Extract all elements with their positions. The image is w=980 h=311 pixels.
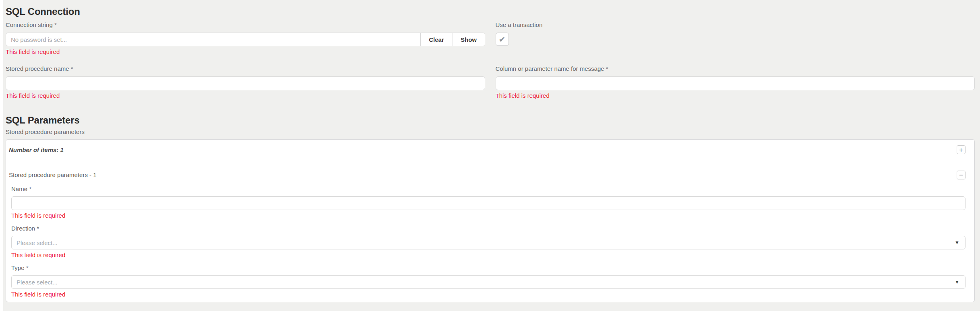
parameter-direction-select[interactable]: Please select... ▼ (11, 236, 966, 249)
parameter-name-input[interactable] (11, 196, 966, 210)
add-item-button[interactable]: + (957, 145, 966, 154)
chevron-down-icon: ▼ (955, 279, 959, 285)
show-button[interactable]: Show (453, 33, 485, 46)
field-parameter-direction: Direction * Please select... ▼ This fiel… (11, 224, 966, 259)
minus-icon: − (959, 171, 963, 179)
parameter-name-error: This field is required (11, 212, 966, 220)
stored-procedure-name-error: This field is required (6, 92, 485, 100)
number-of-items-text: Number of items: 1 (9, 146, 64, 153)
section-title-sql-connection: SQL Connection (6, 6, 975, 18)
stored-procedure-name-label: Stored procedure name * (6, 65, 485, 73)
connection-string-group: Clear Show (6, 33, 485, 46)
parameter-item-1: Stored procedure parameters - 1 − Name *… (6, 160, 974, 302)
parameter-item-title: Stored procedure parameters - 1 (9, 171, 97, 179)
connection-string-input[interactable] (6, 33, 420, 46)
parameters-panel: Number of items: 1 + Stored procedure pa… (6, 139, 975, 302)
field-use-transaction: Use a transaction ✔ (496, 21, 975, 56)
parameter-direction-error: This field is required (11, 251, 966, 259)
direction-select-value: Please select... (17, 239, 58, 246)
field-message-column: Column or parameter name for message * T… (496, 65, 975, 100)
parameter-item-header: Stored procedure parameters - 1 − (9, 171, 966, 179)
connection-string-error: This field is required (6, 48, 485, 56)
message-column-label: Column or parameter name for message * (496, 65, 975, 73)
parameter-item-fields: Name * This field is required Direction … (11, 185, 966, 299)
field-parameter-type: Type * Please select... ▼ This field is … (11, 264, 966, 299)
parameter-direction-label: Direction * (11, 224, 966, 233)
checkmark-icon: ✔ (499, 35, 506, 43)
stored-procedure-name-input[interactable] (6, 76, 485, 90)
connection-fields-grid: Connection string * Clear Show This fiel… (6, 21, 975, 100)
use-transaction-checkbox[interactable]: ✔ (496, 33, 509, 46)
message-column-input[interactable] (496, 76, 975, 90)
connection-string-label: Connection string * (6, 21, 485, 29)
stored-procedure-parameters-label: Stored procedure parameters (6, 128, 975, 136)
clear-button[interactable]: Clear (420, 33, 453, 46)
chevron-down-icon: ▼ (955, 240, 959, 245)
parameters-panel-header: Number of items: 1 + (6, 140, 974, 160)
message-column-error: This field is required (496, 92, 975, 100)
field-parameter-name: Name * This field is required (11, 185, 966, 220)
use-transaction-label: Use a transaction (496, 21, 975, 29)
page-left-gutter (0, 0, 3, 311)
plus-icon: + (959, 146, 963, 154)
parameter-type-error: This field is required (11, 290, 966, 299)
parameter-type-select[interactable]: Please select... ▼ (11, 275, 966, 289)
section-title-sql-parameters: SQL Parameters (6, 114, 975, 126)
type-select-value: Please select... (17, 279, 58, 286)
parameter-name-label: Name * (11, 185, 966, 193)
form-content: SQL Connection Connection string * Clear… (6, 0, 975, 302)
field-stored-procedure-name: Stored procedure name * This field is re… (6, 65, 485, 100)
field-connection-string: Connection string * Clear Show This fiel… (6, 21, 485, 56)
remove-item-button[interactable]: − (957, 171, 966, 179)
parameter-type-label: Type * (11, 264, 966, 272)
